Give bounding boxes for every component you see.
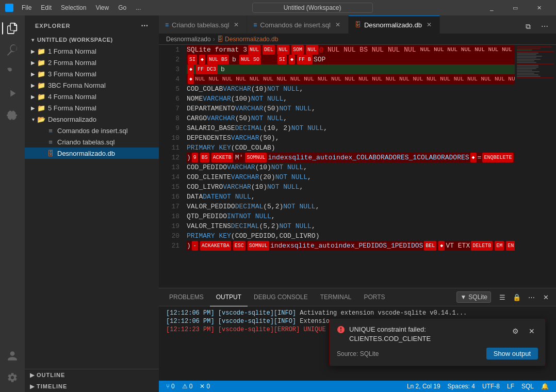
sidebar-item-2forma[interactable]: ▶ 📁 2 Forma Normal	[25, 57, 159, 68]
sidebar-label: 4 Forma Normal	[48, 93, 96, 101]
tab-desnorm[interactable]: 🗄 Desnormalizado.db ✕	[349, 15, 440, 34]
code-line-1: SQLite format 3 NULDELNULSOMNUL@ NUL NUL…	[187, 45, 515, 55]
timeline-arrow: ▶	[30, 383, 35, 390]
explorer-activity-icon[interactable]	[2, 18, 23, 39]
panel-lock-icon[interactable]: 🔒	[511, 291, 523, 303]
app-icon	[5, 4, 13, 12]
menu-more[interactable]: ...	[132, 3, 145, 12]
panel-tab-problems[interactable]: PROBLEMS	[163, 288, 210, 306]
code-line-11: PRIMARY KEY (COD_COLAB)	[187, 143, 515, 153]
minimize-button[interactable]: ⎯	[480, 0, 503, 15]
source-control-activity-icon[interactable]	[2, 61, 23, 82]
outline-header[interactable]: ▶ OUTLINE	[25, 369, 159, 381]
code-line-4: ◆ NUL NUL NUL NUL NUL NUL NUL NUL NUL NU…	[187, 74, 515, 84]
settings-activity-icon[interactable]	[2, 367, 23, 388]
sidebar: EXPLORER ⋯ ▾ UNTITLED (WORKSPACE) ▶ 📁 1 …	[25, 15, 159, 392]
git-icon: ⑂	[166, 383, 170, 390]
log-timestamp: [12:12:23 PM]	[166, 326, 215, 333]
sidebar-item-insert-sql[interactable]: ≡ Comandos de insert.sql	[25, 125, 159, 136]
account-activity-icon[interactable]	[2, 346, 23, 366]
folder-icon: 📁	[37, 70, 45, 78]
encoding-label: UTF-8	[482, 383, 500, 390]
tabs-bar: ≡ Criando tabelas.sql ✕ ≡ Comandos de in…	[159, 15, 556, 34]
code-line-7: DEPARTAMENTO VARCHAR(50) NOT NULL,	[187, 104, 515, 113]
cursor-position-label: Ln 2, Col 19	[407, 383, 440, 390]
breadcrumb-part1[interactable]: Desnormalizado	[166, 36, 211, 43]
sidebar-item-1forma[interactable]: ▶ 📁 1 Forma Normal	[25, 45, 159, 57]
sidebar-label: 2 Forma Normal	[48, 59, 96, 67]
indentation-status[interactable]: Spaces: 4	[445, 381, 478, 392]
tab-close-desnorm[interactable]: ✕	[425, 21, 433, 29]
show-output-button[interactable]: Show output	[486, 348, 538, 360]
line-ending-label: LF	[507, 383, 514, 390]
sidebar-label: Desnormalizado	[48, 116, 96, 123]
errors-status[interactable]: ✕ 0	[197, 381, 213, 392]
tab-close-criando[interactable]: ✕	[232, 21, 240, 29]
cursor-position-status[interactable]: Ln 2, Col 19	[404, 381, 444, 392]
sidebar-item-3forma[interactable]: ▶ 📁 3 Forma Normal	[25, 68, 159, 79]
title-search-bar[interactable]: Untitled (Workspace)	[252, 3, 373, 13]
menu-selection[interactable]: Selection	[57, 3, 90, 12]
panel-list-icon[interactable]: ☰	[496, 291, 509, 303]
breadcrumb-sep1: ›	[213, 36, 215, 43]
code-line-15: COD_LIVRO VARCHAR(10) NOT NULL,	[187, 182, 515, 192]
log-source: [vscode-sqlite][INFO]	[218, 318, 296, 325]
sidebar-label: Desnormalizado.db	[57, 150, 115, 157]
sidebar-item-4forma[interactable]: ▶ 📁 4 Forma Normal	[25, 91, 159, 102]
panel-close-icon[interactable]: ✕	[539, 291, 552, 303]
code-content: SQLite format 3 NULDELNULSOMNUL@ NUL NUL…	[185, 45, 515, 288]
file-tree: ▾ UNTITLED (WORKSPACE) ▶ 📁 1 Forma Norma…	[25, 34, 159, 369]
filter-icon: ▼	[460, 293, 466, 301]
run-activity-icon[interactable]	[2, 83, 23, 104]
code-editor[interactable]: 1 2 3 4 5 6 7 8 9 10 11 12 13 14 15 16 1	[159, 45, 556, 288]
sidebar-item-criar-sql[interactable]: ≡ Criando tabelas.sql	[25, 136, 159, 148]
breadcrumb-part2[interactable]: 🗄 Desnormalizado.db	[217, 36, 279, 43]
warnings-status[interactable]: ⚠ 0	[179, 381, 196, 392]
feedback-icon[interactable]: 🔔	[538, 381, 552, 392]
sidebar-item-3bc[interactable]: ▶ 📁 3BC Forma Normal	[25, 79, 159, 91]
encoding-status[interactable]: UTF-8	[479, 381, 503, 392]
menu-edit[interactable]: Edit	[37, 3, 56, 12]
sidebar-item-5forma[interactable]: ▶ 📁 5 Forma Normal	[25, 102, 159, 113]
log-source: [vscode-sqlite][ERROR]	[218, 326, 300, 333]
sidebar-item-desnorm-db[interactable]: 🗄 Desnormalizado.db	[25, 148, 159, 159]
panel-tab-ports[interactable]: PORTS	[357, 288, 391, 306]
menu-file[interactable]: File	[18, 3, 36, 12]
error-settings-button[interactable]: ⚙	[509, 325, 521, 337]
split-editor-button[interactable]: ⧉	[521, 19, 535, 34]
code-line-21: ) -ACKAKETBAESCSOMNUL indexsqlite_autoin…	[187, 241, 515, 251]
panel-tab-terminal[interactable]: TERMINAL	[314, 288, 358, 306]
extensions-activity-icon[interactable]	[2, 105, 23, 125]
panel-tab-output[interactable]: OUTPUT	[210, 288, 248, 306]
panel-more-icon[interactable]: ⋯	[525, 291, 537, 303]
line-ending-status[interactable]: LF	[504, 381, 517, 392]
menu-go[interactable]: Go	[114, 3, 130, 12]
workspace-arrow: ▾	[29, 36, 37, 44]
language-mode-status[interactable]: SQL	[518, 381, 537, 392]
more-tabs-button[interactable]: ⋯	[537, 19, 552, 34]
search-activity-icon[interactable]	[2, 40, 23, 60]
timeline-header[interactable]: ▶ TIMELINE	[25, 381, 159, 392]
code-line-14: COD_CLIENTE VARCHAR(20) NOT NULL,	[187, 172, 515, 182]
sidebar-label: 3 Forma Normal	[48, 70, 96, 78]
error-popup-top: UNIQUE constraint failed: CLIENTES.COD_C…	[337, 325, 538, 344]
window-controls: ⎯ ▭ ✕	[480, 0, 551, 15]
tab-comandos[interactable]: ≡ Comandos de insert.sql ✕	[247, 15, 349, 34]
maximize-button[interactable]: ▭	[503, 0, 527, 15]
tab-criando[interactable]: ≡ Criando tabelas.sql ✕	[159, 15, 247, 34]
workspace-header[interactable]: ▾ UNTITLED (WORKSPACE)	[25, 34, 159, 45]
code-line-2: SI◆NUL BS b NUL SO ⠀⠀ SI◆FF B SO P	[187, 55, 515, 64]
sidebar-menu-icon[interactable]: ⋯	[141, 22, 149, 30]
title-center: Untitled (Workspace)	[149, 3, 476, 13]
git-branch-status[interactable]: ⑂ 0	[163, 381, 178, 392]
code-line-5: COD_COLAB VARCHAR(10) NOT NULL,	[187, 84, 515, 94]
code-line-19: VALOR_ITENS DECIMAL(5,2) NOT NULL,	[187, 221, 515, 231]
db-tab-icon: 🗄	[355, 21, 361, 28]
tab-close-comandos[interactable]: ✕	[334, 21, 342, 29]
close-button[interactable]: ✕	[527, 0, 551, 15]
panel-tab-debug[interactable]: DEBUG CONSOLE	[248, 288, 314, 306]
error-close-button[interactable]: ✕	[526, 325, 538, 337]
warning-icon: ⚠	[182, 383, 188, 390]
sidebar-item-desnormalizado[interactable]: ▾ 📂 Desnormalizado	[25, 113, 159, 125]
menu-view[interactable]: View	[91, 3, 113, 12]
